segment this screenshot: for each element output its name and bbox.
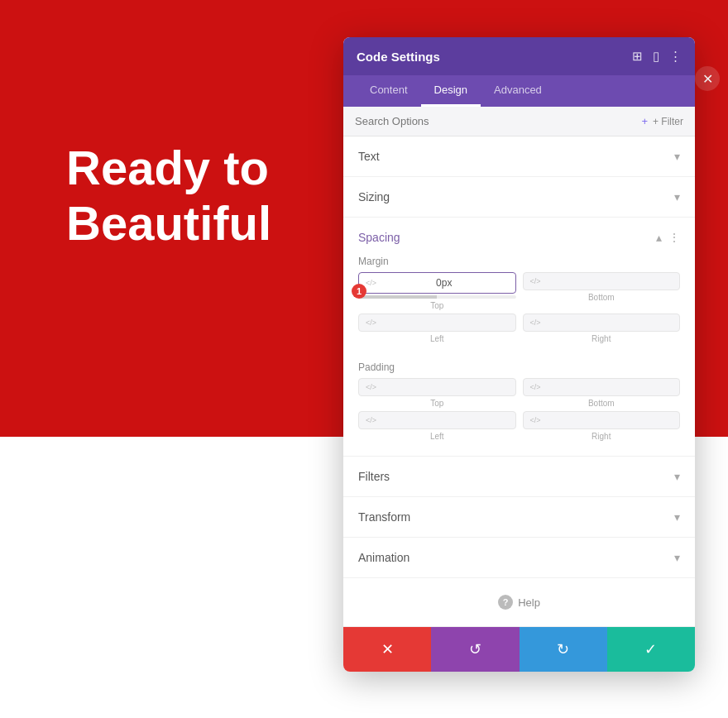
- padding-bottom-input-wrap[interactable]: </>: [523, 378, 681, 396]
- code-settings-panel: Code Settings ⊞ ▯ ⋮ Content Design Advan…: [343, 37, 695, 672]
- padding-left-input-wrap[interactable]: </>: [358, 411, 516, 429]
- tab-advanced[interactable]: Advanced: [481, 75, 555, 107]
- spacing-header-icons: ▴ ⋮: [656, 231, 680, 244]
- text-chevron-icon: ▾: [674, 150, 680, 163]
- margin-bottom-box: </> Bottom: [523, 272, 681, 310]
- link-icon-pad-top: </>: [366, 383, 376, 391]
- filter-button[interactable]: + + Filter: [641, 115, 683, 127]
- link-icon-top: </>: [366, 279, 376, 287]
- more-icon[interactable]: ⋮: [669, 49, 682, 64]
- tab-content[interactable]: Content: [357, 75, 421, 107]
- filters-section-row[interactable]: Filters ▾: [343, 457, 695, 497]
- spacing-more-icon[interactable]: ⋮: [668, 231, 680, 244]
- margin-top-value: 0px: [380, 277, 508, 289]
- padding-top-label: Top: [430, 399, 443, 408]
- help-icon: ?: [498, 595, 513, 610]
- padding-bottom-label: Bottom: [588, 399, 615, 408]
- link-icon-pad-left: </>: [366, 416, 376, 424]
- margin-field-row-2: </> Left </> Right: [358, 314, 680, 343]
- sizing-section-label: Sizing: [358, 190, 390, 203]
- margin-bottom-input-wrap[interactable]: </>: [523, 272, 681, 290]
- canvas-close-button[interactable]: ✕: [695, 66, 720, 91]
- cancel-button[interactable]: ✕: [343, 627, 431, 672]
- padding-group: Padding </> Top </> Bott: [343, 358, 695, 456]
- spacing-header[interactable]: Spacing ▴ ⋮: [343, 218, 695, 252]
- transform-chevron-icon: ▾: [674, 510, 680, 524]
- link-icon-pad-right: </>: [530, 416, 541, 424]
- panel-header: Code Settings ⊞ ▯ ⋮: [343, 37, 695, 75]
- padding-right-label: Right: [592, 432, 611, 441]
- save-icon: ✓: [644, 640, 657, 658]
- filters-chevron-icon: ▾: [674, 470, 680, 483]
- notification-badge: 1: [352, 284, 366, 299]
- padding-left-label: Left: [430, 432, 444, 441]
- margin-top-box: 1 </> 0px Top: [358, 272, 516, 310]
- spacing-collapse-icon[interactable]: ▴: [656, 231, 662, 244]
- redo-icon: ↻: [557, 640, 569, 658]
- panel-footer: ✕ ↺ ↻ ✓: [343, 626, 695, 672]
- margin-group: Margin 1 </> 0px Top: [343, 252, 695, 358]
- panel-tabs: Content Design Advanced: [343, 75, 695, 107]
- tab-design[interactable]: Design: [421, 75, 481, 107]
- spacing-section: Spacing ▴ ⋮ Margin 1 </> 0px: [343, 218, 695, 457]
- undo-icon: ↺: [469, 640, 481, 658]
- text-section-label: Text: [358, 150, 380, 163]
- filter-label: + Filter: [653, 116, 683, 127]
- help-label[interactable]: Help: [518, 596, 540, 609]
- margin-top-input-wrap[interactable]: </> 0px: [358, 272, 516, 294]
- padding-field-row-2: </> Left </> Right: [358, 411, 680, 441]
- padding-bottom-box: </> Bottom: [523, 378, 681, 408]
- filter-plus-icon: +: [641, 115, 648, 127]
- margin-field-row: 1 </> 0px Top </> Bot: [358, 272, 680, 310]
- padding-top-input-wrap[interactable]: </>: [358, 378, 516, 396]
- hero-line2: Beautiful: [66, 196, 271, 251]
- padding-right-input-wrap[interactable]: </>: [523, 411, 681, 429]
- sizing-chevron-icon: ▾: [674, 190, 680, 203]
- margin-left-box: </> Left: [358, 314, 516, 343]
- search-input[interactable]: [355, 115, 641, 127]
- columns-icon[interactable]: ▯: [653, 49, 659, 64]
- margin-left-input-wrap[interactable]: </>: [358, 314, 516, 332]
- link-icon-bottom: </>: [530, 277, 541, 285]
- filters-section-label: Filters: [358, 470, 390, 483]
- margin-left-label: Left: [430, 334, 444, 343]
- hero-line1: Ready to: [66, 141, 271, 196]
- margin-top-label: Top: [430, 301, 443, 310]
- margin-bottom-label: Bottom: [588, 293, 615, 302]
- margin-label: Margin: [358, 256, 680, 267]
- undo-button[interactable]: ↺: [431, 627, 519, 672]
- sizing-section-row[interactable]: Sizing ▾: [343, 177, 695, 218]
- margin-right-label: Right: [592, 334, 611, 343]
- animation-section-row[interactable]: Animation ▾: [343, 538, 695, 578]
- redo-button[interactable]: ↻: [520, 627, 607, 672]
- save-button[interactable]: ✓: [607, 627, 695, 672]
- range-slider-visual[interactable]: [358, 295, 516, 299]
- margin-right-input-wrap[interactable]: </>: [523, 314, 681, 332]
- padding-field-row: </> Top </> Bottom: [358, 378, 680, 408]
- padding-label: Padding: [358, 361, 680, 373]
- text-section-row[interactable]: Text ▾: [343, 136, 695, 177]
- link-icon-left: </>: [366, 318, 376, 327]
- panel-header-icons: ⊞ ▯ ⋮: [632, 49, 682, 64]
- panel-body: Text ▾ Sizing ▾ Spacing ▴ ⋮ Margin: [343, 136, 695, 626]
- link-icon-right: </>: [530, 318, 541, 327]
- transform-section-row[interactable]: Transform ▾: [343, 497, 695, 538]
- margin-right-box: </> Right: [523, 314, 681, 343]
- responsive-icon[interactable]: ⊞: [632, 49, 643, 64]
- animation-chevron-icon: ▾: [674, 551, 680, 564]
- padding-left-box: </> Left: [358, 411, 516, 441]
- padding-right-box: </> Right: [523, 411, 681, 441]
- hero-text: Ready to Beautiful: [66, 141, 271, 251]
- spacing-label: Spacing: [358, 231, 400, 244]
- padding-top-box: </> Top: [358, 378, 516, 408]
- transform-section-label: Transform: [358, 510, 410, 524]
- help-row: ? Help: [343, 578, 695, 626]
- panel-title: Code Settings: [357, 50, 440, 64]
- search-bar: + + Filter: [343, 107, 695, 136]
- link-icon-pad-bottom: </>: [530, 383, 541, 391]
- animation-section-label: Animation: [358, 551, 410, 564]
- cancel-icon: ✕: [381, 640, 394, 658]
